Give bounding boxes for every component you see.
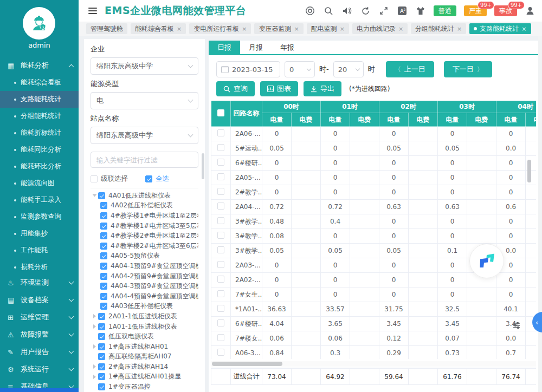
tree-item-checkbox[interactable] — [98, 313, 105, 320]
tree-item-checkbox[interactable] — [100, 293, 107, 300]
tree-item[interactable]: 4A04-3预留9#食堂屋顶空调机组仪表 — [91, 281, 198, 291]
row-checkbox[interactable] — [217, 202, 224, 210]
tree-item[interactable]: 4#教学楼1#电井区域3至5层动力仪表 — [91, 221, 198, 231]
expand-arrow-icon[interactable] — [93, 364, 96, 369]
select-all-rows-checkbox[interactable] — [217, 109, 224, 116]
energy-type-select[interactable]: 电 — [91, 92, 198, 109]
row-checkbox[interactable] — [217, 261, 224, 268]
report-tab-0[interactable]: 日报 — [209, 41, 240, 55]
query-button[interactable]: 查询 — [216, 81, 255, 96]
close-icon[interactable]: × — [294, 26, 299, 32]
sidebar-section-0[interactable]: ▦ 能耗分析 — [0, 57, 79, 74]
workspace-tab[interactable]: 能耗综合看板 × — [131, 23, 186, 34]
sidebar-section-2[interactable]: ▤ 设备档案 — [0, 291, 79, 309]
fullscreen-icon[interactable] — [378, 5, 389, 16]
tree-item-checkbox[interactable] — [100, 252, 107, 259]
hour-from-select[interactable]: 0 — [285, 61, 315, 77]
expand-arrow-icon[interactable] — [93, 314, 96, 318]
status-badge-normal[interactable]: 普通 — [434, 5, 456, 16]
hour-to-select[interactable]: 20 — [333, 61, 364, 77]
tree-item-checkbox[interactable] — [100, 232, 107, 239]
status-badge-accident[interactable]: 事故 99+ — [494, 5, 517, 16]
avatar[interactable] — [23, 7, 55, 40]
tree-item[interactable]: 4A04-4预留9#食堂屋顶空调机组仪表 — [91, 291, 198, 302]
page-scrollbar[interactable] — [538, 36, 542, 392]
sidebar-item[interactable]: 能耗综合看板 — [0, 74, 79, 91]
row-checkbox[interactable] — [217, 349, 224, 356]
workspace-tab[interactable]: 分组能耗统计 × — [411, 23, 466, 34]
tree-item-checkbox[interactable] — [98, 333, 105, 340]
tree-item-checkbox[interactable] — [100, 223, 107, 230]
tree-item[interactable]: 4A02低压补偿柜仪表 — [91, 201, 198, 211]
tree-item[interactable]: 4A04-1预留9#食堂屋顶空调机组仪表 — [91, 261, 198, 271]
close-icon[interactable]: × — [398, 26, 403, 32]
tree-item-checkbox[interactable] — [98, 383, 105, 390]
tree-item[interactable]: 1#变压器温控 — [91, 382, 198, 392]
tree-item[interactable]: 低压双电源仪表 — [91, 331, 198, 342]
sidebar-item[interactable]: 能耗手工录入 — [0, 192, 79, 208]
tree-item[interactable]: 4A03低压补偿柜仪表 — [91, 302, 198, 312]
export-button[interactable]: 导出 — [304, 81, 341, 96]
keyword-filter-input[interactable] — [91, 152, 198, 168]
tree-item[interactable]: 1#高压进线柜AH01 — [91, 342, 198, 352]
close-icon[interactable]: × — [521, 26, 526, 32]
sidebar-section-1[interactable]: ♨ 环境监测 — [0, 274, 79, 291]
tree-item[interactable]: 4A04-2预留9#食堂屋顶空调机组仪表 — [91, 271, 198, 282]
sidebar-section-4[interactable]: ⚠ 故障报警 — [0, 326, 79, 343]
expand-arrow-icon[interactable] — [93, 344, 96, 349]
close-icon[interactable]: × — [242, 26, 247, 32]
company-select[interactable]: 绵阳东辰高级中学 — [91, 57, 198, 75]
tree-item-checkbox[interactable] — [100, 303, 107, 310]
sidebar-item[interactable]: 能耗环比分析 — [0, 158, 79, 175]
workspace-tab[interactable]: 电力曲线记录 × — [352, 23, 408, 34]
row-checkbox[interactable] — [217, 246, 224, 253]
row-checkbox[interactable] — [217, 173, 224, 180]
user-icon[interactable] — [525, 5, 535, 16]
row-checkbox[interactable] — [217, 305, 224, 312]
tree-item-checkbox[interactable] — [98, 353, 105, 360]
previous-day-button[interactable]: 〈 上一日 — [386, 61, 434, 77]
sidebar-item[interactable]: 监测参数查询 — [0, 208, 79, 225]
select-all-checkbox[interactable] — [145, 175, 152, 182]
tree-item[interactable]: 1#高压进线柜AH01操显 — [91, 372, 198, 382]
tree-item-checkbox[interactable] — [100, 263, 107, 270]
tree-item-checkbox[interactable] — [98, 343, 105, 350]
cascade-checkbox[interactable] — [91, 175, 98, 182]
sidebar-section-3[interactable]: ⊞ 运维管理 — [0, 309, 79, 326]
tree-scrollbar[interactable] — [202, 153, 204, 179]
row-checkbox[interactable] — [217, 159, 224, 166]
workspace-tab[interactable]: 管理驾驶舱 — [86, 23, 127, 34]
menu-toggle-icon[interactable] — [88, 6, 97, 16]
close-icon[interactable]: × — [457, 26, 462, 32]
row-checkbox[interactable] — [217, 334, 224, 341]
expand-arrow-icon[interactable] — [93, 324, 96, 329]
workspace-tab[interactable]: 变压器监测 × — [254, 23, 303, 34]
tree-item[interactable]: 4#教学楼2#电井区域3至6层动力仪表 — [91, 241, 198, 251]
filter-settings-icon[interactable] — [513, 322, 520, 331]
tree-item-checkbox[interactable] — [98, 323, 105, 330]
row-checkbox[interactable] — [217, 232, 224, 239]
report-tab-1[interactable]: 月报 — [240, 41, 272, 55]
volume-icon[interactable] — [341, 5, 352, 16]
tree-item[interactable]: 高压联络隔离柜AH07 — [91, 352, 198, 362]
station-select[interactable]: 绵阳东辰高级中学 — [91, 127, 198, 144]
sidebar-item[interactable]: 能耗同比分析 — [0, 141, 79, 158]
report-tab-2[interactable]: 年报 — [272, 41, 303, 55]
close-icon[interactable]: × — [177, 26, 182, 32]
workspace-tab[interactable]: 配电监测 × — [307, 23, 349, 34]
tree-item-checkbox[interactable] — [98, 192, 105, 199]
sidebar-item[interactable]: 支路能耗统计 — [0, 91, 79, 108]
close-icon[interactable]: × — [340, 26, 345, 32]
tree-item-checkbox[interactable] — [100, 283, 107, 290]
sidebar-item[interactable]: 用能集抄 — [0, 225, 79, 242]
tree-item-checkbox[interactable] — [100, 212, 107, 219]
tree-item-checkbox[interactable] — [100, 243, 107, 250]
sidebar-section-6[interactable]: ⚙ 系统运行 — [0, 361, 79, 378]
tree-item-checkbox[interactable] — [100, 273, 107, 280]
table-vertical-scroll-thumb[interactable] — [527, 160, 531, 182]
row-checkbox[interactable] — [217, 276, 224, 283]
expand-arrow-icon[interactable] — [93, 375, 96, 379]
next-day-button[interactable]: 下一日 〉 — [444, 61, 492, 77]
date-picker[interactable]: 2023-03-15 — [216, 61, 280, 77]
tree-item[interactable]: 4A05-5预留仪表 — [91, 251, 198, 262]
